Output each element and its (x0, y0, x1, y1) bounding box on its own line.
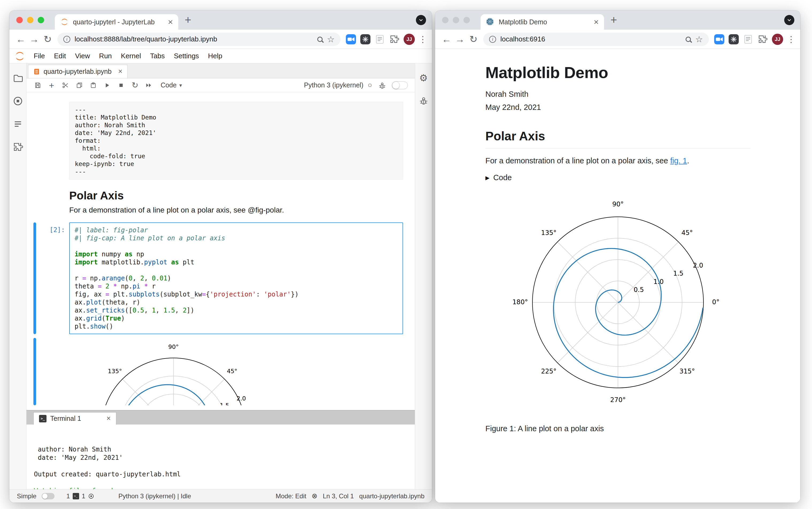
tab-close-icon[interactable]: × (594, 18, 599, 26)
address-bar[interactable]: i localhost:8888/lab/tree/quarto-jupyter… (58, 33, 341, 46)
debugger-bug-icon[interactable] (375, 81, 389, 89)
reload-button[interactable]: ↻ (467, 34, 480, 44)
browser-tab[interactable]: Matplotlib Demo × (481, 14, 604, 30)
extension-manager-icon[interactable] (13, 142, 23, 152)
reload-button[interactable]: ↻ (41, 34, 54, 44)
back-button[interactable]: ← (14, 34, 28, 44)
url-text[interactable]: localhost:6916 (500, 35, 681, 43)
cell-collapser[interactable] (33, 102, 36, 180)
menu-settings[interactable]: Settings (169, 52, 203, 60)
site-info-icon[interactable]: i (63, 36, 70, 43)
close-window-button[interactable] (442, 17, 449, 23)
code-cell[interactable]: [2]: #| label: fig-polar#| fig-cap: A li… (27, 223, 415, 334)
browser-tab[interactable]: quarto-jupyterl - JupyterLab × (55, 14, 178, 30)
menu-edit[interactable]: Edit (49, 52, 71, 60)
menu-kernel[interactable]: Kernel (116, 52, 145, 60)
maximize-window-button[interactable] (38, 17, 44, 23)
jupyter-favicon (60, 18, 69, 26)
svg-text:225°: 225° (541, 368, 557, 375)
kernel-name[interactable]: Python 3 (ipykernel) (304, 81, 363, 89)
address-bar[interactable]: i localhost:6916 ☆ (483, 33, 709, 46)
running-kernels-icon[interactable] (13, 96, 23, 106)
url-text[interactable]: localhost:8888/lab/tree/quarto-jupyterla… (75, 35, 313, 43)
new-tab-button[interactable]: + (185, 14, 191, 26)
zoom-extension-icon[interactable] (346, 34, 356, 45)
cell-type-caret-icon[interactable]: ▾ (179, 82, 182, 89)
yaml-frontmatter[interactable]: --- title: Matplotlib Demo author: Norah… (69, 102, 403, 180)
table-of-contents-icon[interactable] (13, 119, 23, 129)
menu-tabs[interactable]: Tabs (145, 52, 169, 60)
restart-kernel-button[interactable]: ↻ (128, 81, 142, 89)
close-window-button[interactable] (16, 17, 23, 23)
copy-cells-button[interactable] (72, 81, 86, 89)
kernel-status-icon[interactable]: ○ (368, 81, 372, 89)
terminal-output[interactable]: author: Norah Smith date: 'May 22nd, 202… (27, 425, 415, 489)
body-paragraph: For a demonstration of a line plot on a … (485, 157, 750, 165)
running-sessions[interactable]: 1 >_ 1 (66, 493, 94, 500)
profile-avatar[interactable]: JJ (403, 34, 415, 45)
menu-help[interactable]: Help (203, 52, 227, 60)
menu-view[interactable]: View (71, 52, 95, 60)
cell-type-dropdown[interactable]: Code (161, 81, 177, 89)
simple-mode-label: Simple (17, 493, 36, 500)
minimize-window-button[interactable] (453, 17, 459, 23)
new-tab-button[interactable]: + (610, 14, 617, 26)
active-file-name: quarto-jupyterlab.ipynb (359, 493, 424, 500)
terminal-tab-bar: >_ Terminal 1 × (27, 410, 415, 425)
notification-icon[interactable]: ⊗ (312, 492, 318, 500)
output-polar-plot: 0°45°90°135°180°225°270°315°0.51.01.52.0 (69, 338, 283, 405)
run-cell-button[interactable] (100, 81, 114, 89)
bookmark-star-icon[interactable]: ☆ (327, 35, 334, 43)
run-all-button[interactable] (142, 81, 156, 89)
forward-button[interactable]: → (453, 34, 467, 44)
menu-run[interactable]: Run (95, 52, 116, 60)
paste-cells-button[interactable] (86, 81, 100, 89)
browser-menu-icon[interactable]: ⋮ (787, 34, 796, 44)
add-cell-button[interactable]: + (45, 81, 59, 90)
extensions-puzzle-icon[interactable] (389, 34, 399, 45)
kernel-status-text[interactable]: Python 3 (ipykernel) | Idle (118, 493, 191, 500)
dark-extension-icon[interactable] (360, 34, 371, 45)
zoom-extension-icon[interactable] (714, 34, 725, 45)
browser-menu-icon[interactable]: ⋮ (419, 34, 427, 44)
extensions-puzzle-icon[interactable] (757, 34, 768, 45)
terminal-tab[interactable]: >_ Terminal 1 × (33, 412, 116, 425)
notes-extension-icon[interactable] (743, 34, 753, 45)
toolbar-toggle[interactable] (392, 81, 408, 89)
property-inspector-gear-icon[interactable]: ⚙ (419, 73, 429, 83)
stop-kernel-button[interactable] (114, 81, 128, 89)
profile-avatar[interactable]: JJ (772, 34, 783, 45)
jupyterlab-main: quarto-jupyterlab.ipynb × + (9, 63, 432, 489)
site-info-icon[interactable]: i (489, 36, 496, 43)
back-button[interactable]: ← (440, 34, 453, 44)
forward-button[interactable]: → (28, 34, 41, 44)
output-cell: 0°45°90°135°180°225°270°315°0.51.01.52.0 (27, 338, 415, 405)
menu-file[interactable]: File (29, 52, 49, 60)
code-editor[interactable]: #| label: fig-polar#| fig-cap: A line pl… (69, 223, 403, 334)
notebook-tab-close-icon[interactable]: × (118, 68, 122, 75)
tab-search-button[interactable] (416, 15, 426, 25)
simple-mode-toggle[interactable] (42, 493, 55, 499)
debugger-sidebar-bug-icon[interactable] (419, 96, 429, 106)
terminal-tab-close-icon[interactable]: × (106, 415, 111, 422)
terminal-icon: >_ (39, 415, 46, 422)
cut-cells-button[interactable] (59, 81, 72, 89)
save-button[interactable] (31, 81, 45, 89)
raw-cell[interactable]: --- title: Matplotlib Demo author: Norah… (27, 102, 415, 180)
maximize-window-button[interactable] (463, 17, 470, 23)
notes-extension-icon[interactable] (375, 34, 385, 45)
tab-search-button[interactable] (784, 15, 795, 25)
file-browser-icon[interactable] (13, 73, 23, 83)
search-icon[interactable] (685, 37, 691, 42)
figure-link[interactable]: fig. 1 (670, 157, 687, 165)
dark-extension-icon[interactable] (728, 34, 739, 45)
search-icon[interactable] (317, 37, 323, 42)
markdown-cell[interactable]: Polar Axis For a demonstration of a line… (27, 180, 415, 223)
active-cell-collapser[interactable] (33, 223, 36, 334)
bookmark-star-icon[interactable]: ☆ (695, 35, 703, 43)
code-fold-toggle[interactable]: ▶ Code (485, 173, 750, 182)
notebook-tab[interactable]: quarto-jupyterlab.ipynb × (28, 65, 128, 78)
minimize-window-button[interactable] (27, 17, 33, 23)
tab-close-icon[interactable]: × (168, 18, 173, 26)
output-collapser[interactable] (33, 338, 36, 405)
